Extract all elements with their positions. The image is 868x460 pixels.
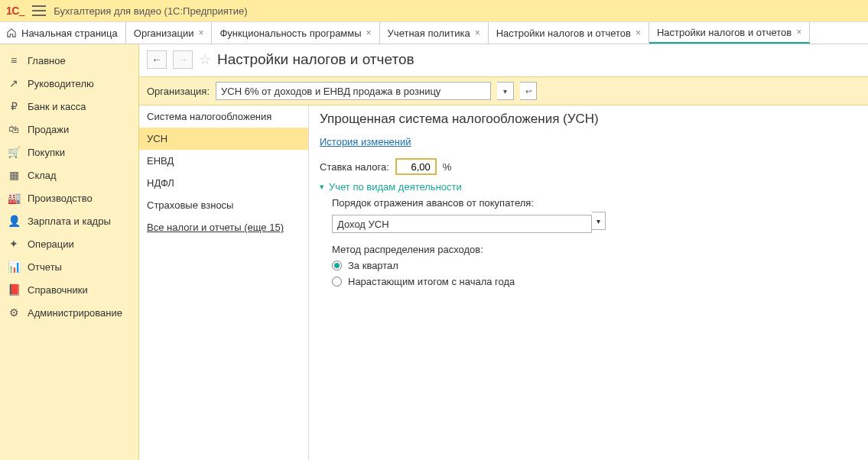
- app-title: Бухгалтерия для видео (1С:Предприятие): [54, 5, 247, 17]
- nav-item-tax-system[interactable]: Система налогообложения: [139, 105, 308, 128]
- close-icon[interactable]: ×: [636, 28, 641, 38]
- back-button[interactable]: ←: [147, 50, 167, 69]
- form-title: Упрощенная система налогообложения (УСН): [320, 112, 857, 127]
- tab-label: Функциональность программы: [219, 28, 361, 39]
- sidebar-item-salary[interactable]: 👤Зарплата и кадры: [0, 209, 138, 232]
- sidebar-item-label: Склад: [28, 170, 57, 181]
- close-icon[interactable]: ×: [796, 27, 801, 37]
- nav-item-envd[interactable]: ЕНВД: [139, 150, 308, 172]
- title-bar: 1C_ Бухгалтерия для видео (1С:Предприяти…: [0, 0, 868, 21]
- form-area: Упрощенная система налогообложения (УСН)…: [309, 105, 868, 460]
- group-label: Учет по видам деятельности: [329, 181, 462, 193]
- bars-icon: 📊: [8, 261, 20, 273]
- ruble-icon: ₽: [8, 100, 20, 112]
- dropdown-button[interactable]: ▾: [497, 82, 514, 100]
- sidebar-item-label: Банк и касса: [28, 101, 86, 112]
- sidebar-item-manager[interactable]: ↗Руководителю: [0, 72, 138, 95]
- advance-combo[interactable]: Доход УСН: [332, 215, 592, 233]
- close-icon[interactable]: ×: [366, 28, 372, 38]
- radio-label: За квартал: [348, 260, 398, 271]
- radio-icon: [332, 277, 342, 287]
- logo-1c: 1C_: [6, 5, 24, 17]
- close-icon[interactable]: ×: [475, 28, 480, 38]
- sidebar-item-operations[interactable]: ✦Операции: [0, 232, 138, 255]
- chevron-down-icon: ▾: [320, 182, 324, 192]
- radio-icon: [332, 261, 342, 270]
- content: ← → ☆ Настройки налогов и отчетов Органи…: [139, 44, 868, 460]
- sidebar-item-label: Руководителю: [28, 78, 94, 89]
- nav-all-taxes-link[interactable]: Все налоги и отчеты (еще 15): [139, 216, 308, 238]
- close-icon[interactable]: ×: [198, 28, 203, 38]
- tab-label: Начальная страница: [21, 28, 118, 39]
- nav-item-insurance[interactable]: Страховые взносы: [139, 194, 308, 216]
- sidebar-item-admin[interactable]: ⚙Администрирование: [0, 301, 138, 324]
- advance-value: Доход УСН: [337, 219, 389, 230]
- grid-icon: ▦: [8, 169, 20, 181]
- sidebar-item-label: Операции: [28, 238, 74, 250]
- cart-icon: 🛒: [8, 146, 20, 158]
- radio-quarter[interactable]: За квартал: [332, 260, 857, 271]
- star-icon[interactable]: ☆: [199, 51, 211, 68]
- book-icon: 📕: [8, 283, 20, 296]
- gear-icon: ⚙: [8, 306, 20, 319]
- sidebar-item-reports[interactable]: 📊Отчеты: [0, 255, 138, 278]
- sidebar-item-catalogs[interactable]: 📕Справочники: [0, 278, 138, 301]
- sidebar-item-bank[interactable]: ₽Банк и касса: [0, 95, 138, 118]
- tab-accounting-policy[interactable]: Учетная политика ×: [380, 22, 489, 44]
- tab-tax-settings-2[interactable]: Настройки налогов и отчетов ×: [649, 22, 810, 44]
- sidebar-item-warehouse[interactable]: ▦Склад: [0, 164, 138, 186]
- sidebar-item-label: Администрирование: [28, 307, 122, 319]
- sparkle-icon: ✦: [8, 238, 20, 250]
- tab-bar: Начальная страница Организации × Функцио…: [0, 21, 868, 44]
- sidebar-item-label: Производство: [28, 193, 93, 204]
- history-link[interactable]: История изменений: [320, 136, 411, 147]
- tab-organizations[interactable]: Организации ×: [126, 22, 213, 44]
- sidebar-item-main[interactable]: ≡Главное: [0, 49, 138, 72]
- sidebar-item-label: Зарплата и кадры: [28, 215, 111, 227]
- tab-label: Настройки налогов и отчетов: [657, 27, 792, 38]
- tax-rate-label: Ставка налога:: [320, 161, 389, 173]
- tab-tax-settings-1[interactable]: Настройки налогов и отчетов ×: [489, 22, 649, 44]
- dropdown-button[interactable]: ▾: [592, 212, 606, 230]
- tab-functionality[interactable]: Функциональность программы ×: [212, 22, 379, 44]
- advance-label: Порядок отражения авансов от покупателя:: [332, 197, 857, 209]
- chart-icon: ↗: [8, 77, 20, 89]
- menu-icon: ≡: [8, 54, 20, 66]
- hamburger-icon[interactable]: [32, 5, 46, 16]
- group-activities[interactable]: ▾ Учет по видам деятельности: [320, 181, 857, 193]
- bag-icon: 🛍: [8, 123, 20, 135]
- sidebar-item-label: Продажи: [28, 124, 69, 135]
- home-icon: [6, 28, 17, 37]
- org-label: Организация:: [147, 86, 210, 97]
- tab-label: Настройки налогов и отчетов: [496, 28, 631, 39]
- radio-cumulative[interactable]: Нарастающим итогом с начала года: [332, 276, 857, 287]
- sidebar: ≡Главное ↗Руководителю ₽Банк и касса 🛍Пр…: [0, 44, 139, 460]
- page-header: ← → ☆ Настройки налогов и отчетов: [139, 44, 868, 76]
- sidebar-item-sales[interactable]: 🛍Продажи: [0, 118, 138, 141]
- nav-list: Система налогообложения УСН ЕНВД НДФЛ Ст…: [139, 105, 309, 460]
- tab-label: Учетная политика: [388, 28, 470, 39]
- sidebar-item-label: Главное: [28, 55, 66, 66]
- tax-rate-suffix: %: [443, 161, 452, 173]
- sidebar-item-production[interactable]: 🏭Производство: [0, 186, 138, 209]
- sidebar-item-purchases[interactable]: 🛒Покупки: [0, 141, 138, 164]
- radio-label: Нарастающим итогом с начала года: [348, 276, 515, 287]
- tab-home[interactable]: Начальная страница: [0, 22, 126, 44]
- sidebar-item-label: Отчеты: [28, 261, 62, 273]
- factory-icon: 🏭: [8, 192, 20, 204]
- tab-label: Организации: [134, 28, 194, 39]
- nav-item-usn[interactable]: УСН: [139, 128, 308, 150]
- filter-bar: Организация: ▾ ↩: [139, 76, 868, 105]
- page-title: Настройки налогов и отчетов: [217, 51, 414, 68]
- sidebar-item-label: Справочники: [28, 284, 88, 296]
- nav-item-ndfl[interactable]: НДФЛ: [139, 172, 308, 194]
- method-label: Метод распределения расходов:: [332, 244, 857, 255]
- org-select[interactable]: [216, 82, 491, 100]
- sidebar-item-label: Покупки: [28, 147, 65, 158]
- tax-rate-input[interactable]: [395, 158, 437, 175]
- open-button[interactable]: ↩: [520, 82, 537, 100]
- forward-button[interactable]: →: [173, 50, 193, 69]
- person-icon: 👤: [8, 215, 20, 227]
